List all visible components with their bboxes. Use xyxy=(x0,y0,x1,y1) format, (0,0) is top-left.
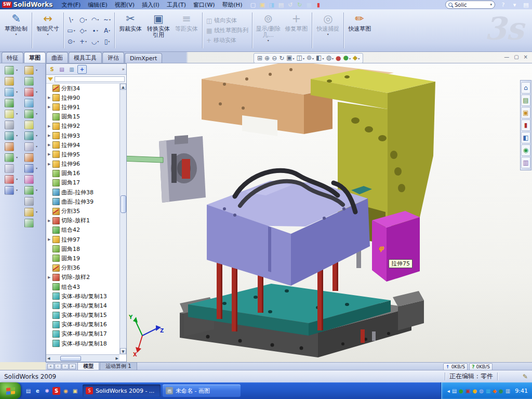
media-player-icon[interactable]: ◉ xyxy=(62,387,70,395)
left-tool-icon-10[interactable] xyxy=(24,175,34,184)
tree-item[interactable]: 实体-移动/复制13 xyxy=(47,291,119,301)
menu-item-4[interactable]: 工具(T) xyxy=(163,1,190,9)
graphics-area[interactable]: φ xyxy=(127,63,532,362)
tree-item[interactable]: 实体-移动/复制16 xyxy=(47,320,119,329)
scroll-up-icon[interactable]: ▲ xyxy=(120,84,126,90)
tree-item[interactable]: 曲面-拉伸39 xyxy=(47,197,119,206)
expand-arrow-icon[interactable]: ▶ xyxy=(48,162,52,166)
tray-icon-3[interactable]: ▣ xyxy=(466,388,470,394)
tree-item[interactable]: ▶拉伸94 xyxy=(47,140,119,150)
show-desktop-icon[interactable]: ▤ xyxy=(24,387,32,395)
tree-item[interactable]: ▶拉伸91 xyxy=(47,102,119,112)
taskbar-task-1[interactable]: 画未命名 - 画图 xyxy=(163,384,241,397)
window-minimize-icon[interactable]: — xyxy=(504,54,509,60)
scroll-right-icon[interactable]: ▶ xyxy=(116,356,118,361)
commandmanager-tab-3[interactable]: 模具工具 xyxy=(69,52,102,63)
sketch-tool-icon-4[interactable]: ▭ xyxy=(65,25,77,36)
expand-arrow-icon[interactable]: ▶ xyxy=(48,237,52,242)
sketch-tool-icon-7[interactable]: A xyxy=(101,25,113,36)
tree-item[interactable]: 圆角16 xyxy=(47,169,119,178)
tray-icon-9[interactable]: ▥ xyxy=(506,388,510,394)
sketch-tool-icon-6[interactable]: ∙ xyxy=(89,25,101,36)
expand-arrow-icon[interactable]: ▶ xyxy=(48,105,52,109)
document-tab-0[interactable]: 模型 xyxy=(77,362,99,370)
expand-arrow-icon[interactable]: ▶ xyxy=(48,219,52,223)
left-tool-icon-4[interactable] xyxy=(24,110,34,118)
print-icon[interactable]: ▤ xyxy=(277,1,285,9)
tree-item[interactable]: 圆角19 xyxy=(47,254,119,263)
tree-item[interactable]: 组合42 xyxy=(47,225,119,235)
scene-icon[interactable]: ● xyxy=(343,54,351,62)
search-options-icon[interactable]: ▾ xyxy=(511,1,518,9)
options-icon[interactable]: ▦ xyxy=(305,1,313,9)
model-ejector-rod[interactable] xyxy=(127,154,163,163)
tree-vertical-scrollbar[interactable]: ▲ ▼ xyxy=(119,84,126,354)
window-restore-icon[interactable]: ▢ xyxy=(514,54,518,60)
view-orientation-icon[interactable]: ▣ xyxy=(286,54,294,62)
vcr-button-0[interactable]: « xyxy=(47,364,54,369)
configurationmanager-tab-icon[interactable]: ▥ xyxy=(68,65,76,73)
filter-icon[interactable] xyxy=(48,77,53,81)
tray-icon-8[interactable]: ● xyxy=(499,388,503,394)
commandmanager-tab-5[interactable]: DimXpert xyxy=(125,53,162,63)
sketch-tool-icon-2[interactable]: ◠ xyxy=(89,15,101,25)
featuremanager-tab-icon[interactable]: S xyxy=(48,65,56,73)
appearance-icon[interactable]: ● xyxy=(336,55,341,62)
save-icon[interactable]: ◨ xyxy=(268,1,275,9)
dropdown-icon[interactable]: ▾ xyxy=(47,32,48,36)
sketch-tool-icon-0[interactable]: \ xyxy=(65,15,77,25)
left-tool-icon-7[interactable] xyxy=(24,142,34,151)
left-tool-icon-3[interactable] xyxy=(24,99,34,108)
scroll-left-icon[interactable]: ◀ xyxy=(47,356,50,361)
horizontal-scroll-thumb[interactable] xyxy=(60,356,81,361)
filter-field[interactable] xyxy=(55,76,125,82)
tree-item[interactable]: 实体-移动/复制18 xyxy=(47,339,119,348)
expand-arrow-icon[interactable]: ▶ xyxy=(48,96,52,100)
tree-item[interactable]: ▶拉伸92 xyxy=(47,122,119,131)
tray-icon-0[interactable]: ◂ xyxy=(447,388,450,394)
left-tool-icon-3[interactable] xyxy=(5,99,14,108)
internet-explorer-icon[interactable]: e xyxy=(34,387,42,395)
custom-properties-icon[interactable]: ◉ xyxy=(521,144,530,156)
sketch-tool-icon-5[interactable]: ◇ xyxy=(77,25,89,36)
menu-item-3[interactable]: 插入(I) xyxy=(138,1,163,9)
model-slide-clamp[interactable] xyxy=(159,135,206,203)
tray-icon-1[interactable]: ▤ xyxy=(452,388,457,394)
start-button[interactable] xyxy=(0,382,21,399)
hide-show-items-icon[interactable]: ⊚ xyxy=(307,54,314,62)
tree-item[interactable]: 圆角18 xyxy=(47,244,119,254)
left-tool-icon-1[interactable] xyxy=(24,77,34,86)
design-library-icon[interactable]: ▤ xyxy=(521,95,530,106)
left-tool-icon-6[interactable] xyxy=(24,131,34,140)
commandmanager-tab-4[interactable]: 评估 xyxy=(102,52,124,63)
left-tool-icon-9[interactable] xyxy=(5,164,14,173)
view-settings-icon[interactable]: ◍ xyxy=(326,54,334,62)
color-swatch-icon[interactable]: ▮ xyxy=(314,1,322,9)
commandmanager-tab-2[interactable]: 曲面 xyxy=(46,52,68,63)
tree-item[interactable]: ▶拉伸95 xyxy=(47,150,119,159)
help-icon[interactable]: ? xyxy=(499,1,507,9)
search-box[interactable]: Solic ▾ xyxy=(445,1,495,9)
tree-item[interactable]: 组合43 xyxy=(47,282,119,291)
zoom-in-icon[interactable]: ⊕ xyxy=(264,55,270,62)
open-icon[interactable]: ▣ xyxy=(258,1,266,9)
commandmanager-tab-0[interactable]: 特征 xyxy=(2,52,23,63)
left-tool-icon-13[interactable] xyxy=(24,208,34,217)
window-close-icon[interactable]: × xyxy=(524,54,528,60)
tree-item[interactable]: ▶切除-放样1 xyxy=(47,216,119,225)
left-tool-icon-2[interactable] xyxy=(24,88,34,97)
tray-icon-6[interactable]: ▦ xyxy=(486,388,490,394)
tree-horizontal-scrollbar[interactable]: ◀ ▶ xyxy=(46,354,119,362)
tree-item[interactable]: ▶拉伸96 xyxy=(47,159,119,169)
menu-item-5[interactable]: 窗口(W) xyxy=(190,1,218,9)
expand-arrow-icon[interactable]: ▶ xyxy=(48,152,52,156)
menu-item-0[interactable]: 文件(F) xyxy=(58,1,84,9)
search-dropdown-icon[interactable]: ▾ xyxy=(490,3,492,7)
propertymanager-tab-icon[interactable]: ▤ xyxy=(58,65,66,73)
taskbar-task-0[interactable]: SSolidWorks 2009 - ... xyxy=(83,384,161,397)
left-tool-icon-9[interactable] xyxy=(24,164,34,173)
toolbar-button-8[interactable]: ✏快速草图 xyxy=(345,10,374,50)
tree-item[interactable]: 曲面-拉伸38 xyxy=(47,188,119,197)
rotate-view-icon[interactable]: ↻ xyxy=(279,55,284,62)
toolbar-button-2[interactable]: ✂剪裁实体 xyxy=(116,10,144,50)
